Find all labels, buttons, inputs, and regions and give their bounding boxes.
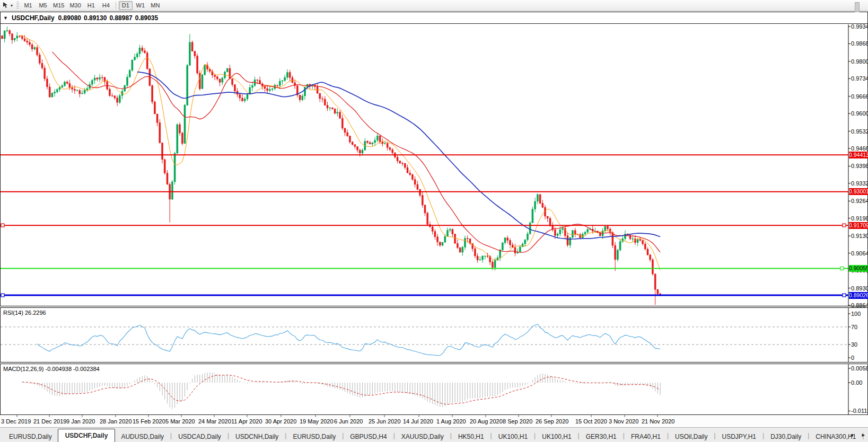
toolbar: ▾ M1M5M15M30H1H4 D1W1MN xyxy=(0,0,868,11)
price-tick-label: 0.95320 xyxy=(851,128,868,135)
tab-usoil-h[interactable]: USOil,H xyxy=(864,431,868,442)
date-axis: 3 Dec 201921 Dec 20199 Jan 202028 Jan 20… xyxy=(0,415,868,427)
price-tick-label: 0.96000 xyxy=(851,110,868,117)
tab-usdcad-daily[interactable]: USDCAD,Daily xyxy=(172,431,227,442)
timeframe-mn[interactable]: MN xyxy=(148,1,162,10)
macd-panel[interactable]: MACD(12,26,9) -0.004938 -0.002384 xyxy=(0,364,868,415)
cursor-tool-icon[interactable] xyxy=(2,2,9,10)
date-tick-label: 15 Oct 2020 xyxy=(575,418,607,425)
price-tick-label: 0.93320 xyxy=(851,180,868,187)
tab-hk50-h1[interactable]: HK50,H1 xyxy=(452,431,490,442)
macd-tick-label: 0.005818 xyxy=(851,365,868,372)
price-tick-label: 0.97340 xyxy=(851,75,868,82)
date-tick-label: 3 Nov 2020 xyxy=(609,418,638,425)
date-tick-label: 20 Aug 2020 xyxy=(470,418,503,425)
ohlc-high: 0.89130 xyxy=(84,14,107,22)
collapse-icon[interactable]: ▼ xyxy=(3,15,8,21)
timeframe-h4[interactable]: H4 xyxy=(99,1,113,10)
timeframe-m30[interactable]: M30 xyxy=(67,1,83,10)
timeframe-buttons-left: M1M5M15M30H1H4 xyxy=(21,1,113,10)
tab-usdjpy-h1[interactable]: USDJPY,H1 xyxy=(716,431,762,442)
chart-title: ▼ USDCHF,Daily 0.89080 0.89130 0.88987 0… xyxy=(1,12,867,24)
price-tick-label: 0.98680 xyxy=(851,40,868,47)
rsi-tick-label: 30 xyxy=(851,341,857,348)
date-tick-label: 21 Nov 2020 xyxy=(642,418,674,425)
tab-ger30-h1[interactable]: GER30,H1 xyxy=(580,431,622,442)
toolbar-grip[interactable] xyxy=(16,2,19,9)
date-tick-label: 9 Jan 2020 xyxy=(66,418,95,425)
tabs-scroll-left-icon[interactable]: ◂ xyxy=(850,431,853,438)
tab-gbpusd-h4[interactable]: GBPUSD,H4 xyxy=(344,431,392,442)
chart-symbol: USDCHF,Daily xyxy=(12,14,55,22)
date-tick-label: 26 Sep 2020 xyxy=(536,418,568,425)
macd-label: MACD(12,26,9) -0.004938 -0.002384 xyxy=(3,366,100,372)
cursor-tool-group: ▾ xyxy=(0,2,15,10)
date-tick-label: 24 Mar 2020 xyxy=(198,418,231,425)
tab-usdchf-daily[interactable]: USDCHF,Daily xyxy=(58,429,116,442)
tab-dj30-daily[interactable]: DJ30,Daily xyxy=(765,431,807,442)
chevron-down-icon[interactable]: ▾ xyxy=(11,3,13,8)
date-tick-label: 19 May 2020 xyxy=(300,418,334,425)
tabs-scroll-right-icon[interactable]: ▸ xyxy=(862,431,865,438)
price-tick-label: 0.91300 xyxy=(851,233,868,239)
level-price-label[interactable]: 0.91709 xyxy=(849,222,868,229)
main-chart-panel[interactable]: ▼ USDCHF,Daily 0.89080 0.89130 0.88987 0… xyxy=(0,12,868,306)
timeframe-m1[interactable]: M1 xyxy=(21,1,35,10)
price-tick-label: 0.88640 xyxy=(851,302,868,308)
date-tick-label: 6 Jun 2020 xyxy=(334,418,363,425)
macd-tick-label: -0.011514 xyxy=(851,408,868,414)
price-tick-label: 0.99340 xyxy=(851,23,868,30)
price-tick-label: 0.94660 xyxy=(851,145,868,152)
price-tick-label: 0.96660 xyxy=(851,93,868,100)
date-tick-label: 1 Aug 2020 xyxy=(436,418,466,425)
rsi-tick-label: 0 xyxy=(851,355,854,361)
rsi-tick-label: 70 xyxy=(851,324,857,330)
toolbar-separator xyxy=(116,2,116,9)
date-tick-label: 5 Mar 2020 xyxy=(165,418,195,425)
level-price-label[interactable]: 0.89026 xyxy=(849,292,868,299)
ohlc-open: 0.89080 xyxy=(58,14,81,22)
price-tick-label: 0.93980 xyxy=(851,163,868,169)
timeframe-d1[interactable]: D1 xyxy=(119,1,133,10)
tab-eurusd-daily[interactable]: EURUSD,Daily xyxy=(3,431,58,442)
price-tick-label: 0.91980 xyxy=(851,215,868,222)
level-price-label[interactable]: 0.94413 xyxy=(849,152,868,158)
tab-uk100-h1[interactable]: UK100,H1 xyxy=(536,431,577,442)
tab-usoil-daily[interactable]: USOil,Daily xyxy=(669,431,713,442)
date-tick-label: 28 Jan 2020 xyxy=(100,418,132,425)
rsi-tick-label: 100 xyxy=(851,311,861,317)
tab-fra40-h1[interactable]: FRA40,H1 xyxy=(625,431,667,442)
date-tick-label: 3 Dec 2019 xyxy=(1,418,31,425)
tab-eurusd-daily[interactable]: EURUSD,Daily xyxy=(287,431,341,442)
date-tick-label: 30 Apr 2020 xyxy=(265,418,296,425)
price-tick-label: 0.89300 xyxy=(851,285,868,291)
timeframe-buttons-right: D1W1MN xyxy=(118,1,163,10)
chart-tabs-bar: EURUSD,DailyUSDCHF,DailyAUDUSD,Daily|USD… xyxy=(0,427,868,442)
timeframe-m5[interactable]: M5 xyxy=(36,1,50,10)
tab-uk100-h1[interactable]: UK100,H1 xyxy=(493,431,533,442)
date-tick-label: 15 Feb 2020 xyxy=(133,418,165,425)
rsi-label: RSI(14) 26.2296 xyxy=(3,310,46,316)
date-tick-label: 21 Dec 2019 xyxy=(33,418,66,425)
price-tick-label: 0.92640 xyxy=(851,198,868,204)
level-price-label[interactable]: 0.93001 xyxy=(849,188,868,195)
rsi-panel[interactable]: RSI(14) 26.2296 xyxy=(0,307,868,363)
date-tick-label: 25 Jun 2020 xyxy=(369,418,401,425)
price-tick-label: 0.90640 xyxy=(851,250,868,257)
vertical-scrollbar-thumb[interactable] xyxy=(855,2,860,12)
timeframe-m15[interactable]: M15 xyxy=(51,1,66,10)
date-tick-label: 8 Sep 2020 xyxy=(503,418,532,425)
timeframe-h1[interactable]: H1 xyxy=(84,1,98,10)
timeframe-w1[interactable]: W1 xyxy=(134,1,147,10)
macd-tick-label: 0.00 xyxy=(851,379,862,386)
date-tick-label: 11 Apr 2020 xyxy=(231,418,262,425)
tab-audusd-daily[interactable]: AUDUSD,Daily xyxy=(115,431,170,442)
ohlc-low: 0.88987 xyxy=(109,14,132,22)
ohlc-close: 0.89035 xyxy=(135,14,158,22)
level-price-label[interactable]: 0.90055 xyxy=(849,265,868,272)
date-tick-label: 14 Jul 2020 xyxy=(403,418,433,425)
price-tick-label: 0.98000 xyxy=(851,58,868,65)
tab-xauusd-daily[interactable]: XAUUSD,Daily xyxy=(396,431,450,442)
tab-usdcnh-daily[interactable]: USDCNH,Daily xyxy=(230,431,284,442)
